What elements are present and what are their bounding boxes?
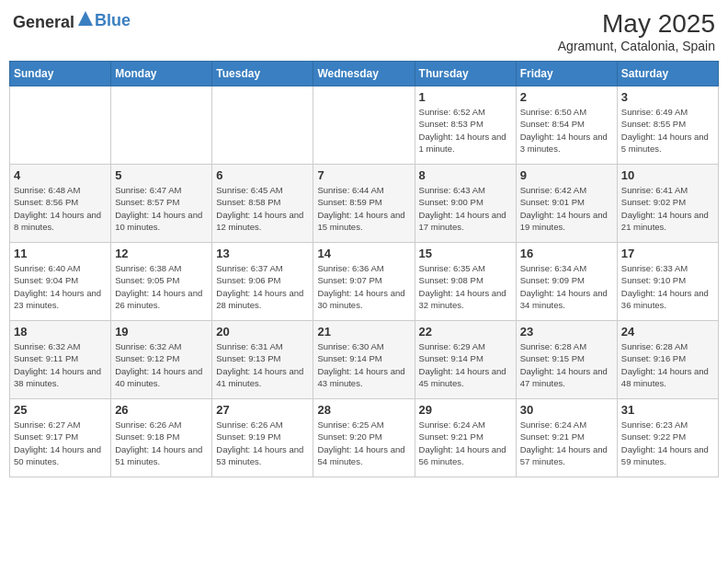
calendar-cell: 7Sunrise: 6:44 AM Sunset: 8:59 PM Daylig…: [313, 165, 415, 243]
day-number: 17: [621, 247, 714, 260]
calendar-cell: [10, 86, 111, 165]
day-number: 24: [621, 325, 714, 339]
calendar-cell: 23Sunrise: 6:28 AM Sunset: 9:15 PM Dayli…: [516, 321, 617, 399]
cell-info: Sunrise: 6:47 AM Sunset: 8:57 PM Dayligh…: [115, 184, 208, 233]
calendar-week-row: 11Sunrise: 6:40 AM Sunset: 9:04 PM Dayli…: [10, 243, 719, 321]
day-number: 23: [520, 325, 613, 339]
cell-info: Sunrise: 6:44 AM Sunset: 8:59 PM Dayligh…: [317, 184, 410, 233]
cell-info: Sunrise: 6:38 AM Sunset: 9:05 PM Dayligh…: [115, 262, 208, 311]
day-number: 3: [621, 90, 714, 104]
calendar-cell: [212, 86, 313, 165]
cell-info: Sunrise: 6:52 AM Sunset: 8:53 PM Dayligh…: [419, 106, 512, 155]
column-header-monday: Monday: [111, 62, 212, 86]
day-number: 14: [317, 247, 410, 260]
cell-info: Sunrise: 6:48 AM Sunset: 8:56 PM Dayligh…: [14, 184, 107, 233]
day-number: 22: [419, 325, 512, 339]
day-number: 30: [520, 403, 613, 417]
day-number: 12: [115, 247, 208, 260]
calendar-cell: 25Sunrise: 6:27 AM Sunset: 9:17 PM Dayli…: [10, 399, 111, 477]
calendar-cell: 8Sunrise: 6:43 AM Sunset: 9:00 PM Daylig…: [415, 165, 516, 243]
day-number: 15: [419, 247, 512, 260]
day-number: 4: [14, 168, 107, 182]
calendar-cell: 26Sunrise: 6:26 AM Sunset: 9:18 PM Dayli…: [111, 399, 212, 477]
day-number: 18: [14, 325, 107, 339]
logo-general: General: [13, 13, 74, 31]
calendar-cell: 21Sunrise: 6:30 AM Sunset: 9:14 PM Dayli…: [313, 321, 415, 399]
day-number: 25: [14, 403, 107, 417]
calendar-cell: 12Sunrise: 6:38 AM Sunset: 9:05 PM Dayli…: [111, 243, 212, 321]
cell-info: Sunrise: 6:32 AM Sunset: 9:12 PM Dayligh…: [115, 340, 208, 389]
day-number: 10: [621, 168, 714, 182]
day-number: 20: [216, 325, 309, 339]
month-year: May 2025: [558, 9, 715, 39]
day-number: 21: [317, 325, 410, 339]
page-header: General Blue May 2025 Agramunt, Cataloni…: [9, 9, 719, 53]
day-number: 9: [520, 168, 613, 182]
cell-info: Sunrise: 6:35 AM Sunset: 9:08 PM Dayligh…: [419, 262, 512, 311]
calendar-cell: 17Sunrise: 6:33 AM Sunset: 9:10 PM Dayli…: [617, 243, 718, 321]
calendar-table: SundayMondayTuesdayWednesdayThursdayFrid…: [9, 61, 719, 477]
svg-marker-0: [78, 11, 93, 26]
cell-info: Sunrise: 6:37 AM Sunset: 9:06 PM Dayligh…: [216, 262, 309, 311]
calendar-cell: 24Sunrise: 6:28 AM Sunset: 9:16 PM Dayli…: [617, 321, 718, 399]
calendar-cell: 3Sunrise: 6:49 AM Sunset: 8:55 PM Daylig…: [617, 86, 718, 165]
cell-info: Sunrise: 6:25 AM Sunset: 9:20 PM Dayligh…: [317, 419, 410, 467]
cell-info: Sunrise: 6:30 AM Sunset: 9:14 PM Dayligh…: [317, 340, 410, 389]
cell-info: Sunrise: 6:31 AM Sunset: 9:13 PM Dayligh…: [216, 340, 309, 389]
calendar-cell: 27Sunrise: 6:26 AM Sunset: 9:19 PM Dayli…: [212, 399, 313, 477]
logo: General Blue: [13, 9, 131, 32]
cell-info: Sunrise: 6:33 AM Sunset: 9:10 PM Dayligh…: [621, 262, 714, 311]
calendar-cell: 16Sunrise: 6:34 AM Sunset: 9:09 PM Dayli…: [516, 243, 617, 321]
cell-info: Sunrise: 6:40 AM Sunset: 9:04 PM Dayligh…: [14, 262, 107, 311]
calendar-cell: 14Sunrise: 6:36 AM Sunset: 9:07 PM Dayli…: [313, 243, 415, 321]
calendar-cell: 20Sunrise: 6:31 AM Sunset: 9:13 PM Dayli…: [212, 321, 313, 399]
cell-info: Sunrise: 6:28 AM Sunset: 9:15 PM Dayligh…: [520, 340, 613, 389]
calendar-cell: 5Sunrise: 6:47 AM Sunset: 8:57 PM Daylig…: [111, 165, 212, 243]
day-number: 1: [419, 90, 512, 104]
column-header-sunday: Sunday: [10, 62, 111, 86]
calendar-cell: 30Sunrise: 6:24 AM Sunset: 9:21 PM Dayli…: [516, 399, 617, 477]
calendar-cell: [313, 86, 415, 165]
cell-info: Sunrise: 6:23 AM Sunset: 9:22 PM Dayligh…: [621, 419, 714, 467]
calendar-week-row: 18Sunrise: 6:32 AM Sunset: 9:11 PM Dayli…: [10, 321, 719, 399]
logo-icon: [76, 9, 95, 28]
calendar-cell: 29Sunrise: 6:24 AM Sunset: 9:21 PM Dayli…: [415, 399, 516, 477]
calendar-week-row: 1Sunrise: 6:52 AM Sunset: 8:53 PM Daylig…: [10, 86, 719, 165]
location: Agramunt, Catalonia, Spain: [558, 39, 715, 53]
calendar-cell: 6Sunrise: 6:45 AM Sunset: 8:58 PM Daylig…: [212, 165, 313, 243]
column-header-saturday: Saturday: [617, 62, 718, 86]
calendar-body: 1Sunrise: 6:52 AM Sunset: 8:53 PM Daylig…: [10, 86, 719, 477]
day-number: 5: [115, 168, 208, 182]
calendar-cell: [111, 86, 212, 165]
calendar-cell: 9Sunrise: 6:42 AM Sunset: 9:01 PM Daylig…: [516, 165, 617, 243]
calendar-cell: 11Sunrise: 6:40 AM Sunset: 9:04 PM Dayli…: [10, 243, 111, 321]
calendar-cell: 2Sunrise: 6:50 AM Sunset: 8:54 PM Daylig…: [516, 86, 617, 165]
cell-info: Sunrise: 6:24 AM Sunset: 9:21 PM Dayligh…: [520, 419, 613, 467]
column-header-friday: Friday: [516, 62, 617, 86]
calendar-header-row: SundayMondayTuesdayWednesdayThursdayFrid…: [10, 62, 719, 86]
calendar-cell: 1Sunrise: 6:52 AM Sunset: 8:53 PM Daylig…: [415, 86, 516, 165]
cell-info: Sunrise: 6:49 AM Sunset: 8:55 PM Dayligh…: [621, 106, 714, 155]
calendar-cell: 10Sunrise: 6:41 AM Sunset: 9:02 PM Dayli…: [617, 165, 718, 243]
day-number: 27: [216, 403, 309, 417]
cell-info: Sunrise: 6:32 AM Sunset: 9:11 PM Dayligh…: [14, 340, 107, 389]
cell-info: Sunrise: 6:41 AM Sunset: 9:02 PM Dayligh…: [621, 184, 714, 233]
day-number: 29: [419, 403, 512, 417]
column-header-tuesday: Tuesday: [212, 62, 313, 86]
day-number: 7: [317, 168, 410, 182]
day-number: 11: [14, 247, 107, 260]
day-number: 28: [317, 403, 410, 417]
cell-info: Sunrise: 6:29 AM Sunset: 9:14 PM Dayligh…: [419, 340, 512, 389]
logo-blue: Blue: [95, 11, 131, 29]
calendar-week-row: 25Sunrise: 6:27 AM Sunset: 9:17 PM Dayli…: [10, 399, 719, 477]
calendar-cell: 15Sunrise: 6:35 AM Sunset: 9:08 PM Dayli…: [415, 243, 516, 321]
calendar-cell: 22Sunrise: 6:29 AM Sunset: 9:14 PM Dayli…: [415, 321, 516, 399]
cell-info: Sunrise: 6:36 AM Sunset: 9:07 PM Dayligh…: [317, 262, 410, 311]
cell-info: Sunrise: 6:26 AM Sunset: 9:18 PM Dayligh…: [115, 419, 208, 467]
calendar-cell: 19Sunrise: 6:32 AM Sunset: 9:12 PM Dayli…: [111, 321, 212, 399]
calendar-cell: 31Sunrise: 6:23 AM Sunset: 9:22 PM Dayli…: [617, 399, 718, 477]
calendar-cell: 28Sunrise: 6:25 AM Sunset: 9:20 PM Dayli…: [313, 399, 415, 477]
day-number: 13: [216, 247, 309, 260]
cell-info: Sunrise: 6:42 AM Sunset: 9:01 PM Dayligh…: [520, 184, 613, 233]
calendar-week-row: 4Sunrise: 6:48 AM Sunset: 8:56 PM Daylig…: [10, 165, 719, 243]
